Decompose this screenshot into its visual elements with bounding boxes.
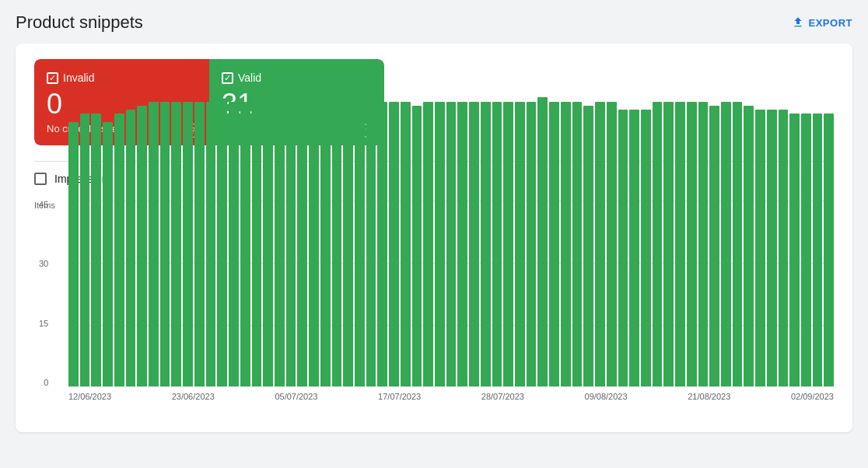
bar-32 bbox=[435, 102, 445, 386]
x-label-7: 02/09/2023 bbox=[791, 392, 834, 401]
bar-56 bbox=[709, 106, 719, 386]
bar-14 bbox=[229, 102, 239, 386]
main-card: Invalid 0 No critical issues ? Valid 31 … bbox=[16, 44, 852, 432]
y-label-30: 30 bbox=[39, 260, 48, 268]
bar-25 bbox=[355, 102, 365, 386]
bar-46 bbox=[595, 102, 605, 386]
chart-container: 45 30 15 0 bbox=[68, 201, 834, 387]
bar-60 bbox=[755, 110, 765, 386]
x-label-3: 17/07/2023 bbox=[378, 392, 421, 401]
bar-59 bbox=[744, 106, 754, 386]
bar-19 bbox=[286, 102, 296, 386]
page-title: Product snippets bbox=[16, 12, 143, 33]
x-label-0: 12/06/2023 bbox=[68, 392, 111, 401]
bar-31 bbox=[423, 102, 433, 386]
bar-65 bbox=[813, 114, 823, 386]
bar-63 bbox=[789, 114, 800, 386]
bar-16 bbox=[252, 102, 262, 386]
bar-33 bbox=[446, 102, 457, 386]
invalid-checkbox[interactable] bbox=[47, 72, 58, 84]
bar-37 bbox=[492, 102, 502, 386]
bar-41 bbox=[537, 97, 548, 386]
bar-34 bbox=[457, 102, 467, 386]
bar-52 bbox=[663, 102, 674, 386]
bar-26 bbox=[366, 106, 376, 386]
bar-58 bbox=[733, 102, 743, 386]
export-icon bbox=[792, 16, 804, 29]
impressions-checkbox[interactable] bbox=[34, 173, 47, 185]
bar-10 bbox=[183, 102, 193, 386]
bar-64 bbox=[801, 114, 811, 386]
x-label-6: 21/08/2023 bbox=[688, 392, 730, 401]
bar-22 bbox=[320, 102, 331, 386]
y-label-0: 0 bbox=[39, 379, 48, 387]
bar-57 bbox=[721, 102, 731, 386]
bar-1 bbox=[80, 114, 90, 386]
export-button[interactable]: EXPORT bbox=[792, 16, 852, 29]
x-label-5: 09/08/2023 bbox=[585, 392, 628, 401]
bar-20 bbox=[297, 102, 307, 386]
bar-28 bbox=[389, 102, 399, 386]
bar-4 bbox=[114, 114, 124, 386]
bar-11 bbox=[194, 102, 205, 386]
bar-7 bbox=[149, 102, 159, 386]
bar-44 bbox=[572, 102, 583, 386]
bar-54 bbox=[687, 102, 697, 386]
bar-21 bbox=[309, 106, 319, 386]
bar-24 bbox=[343, 102, 353, 386]
bar-47 bbox=[607, 102, 617, 386]
bar-6 bbox=[137, 106, 147, 386]
y-label-45: 45 bbox=[39, 201, 48, 209]
x-axis: 12/06/202323/06/202305/07/202317/07/2023… bbox=[68, 392, 834, 401]
bar-53 bbox=[675, 102, 685, 386]
bar-17 bbox=[263, 102, 273, 386]
bar-49 bbox=[629, 110, 639, 386]
bar-8 bbox=[160, 102, 170, 386]
bar-39 bbox=[515, 102, 525, 386]
bar-23 bbox=[332, 102, 342, 386]
bar-55 bbox=[698, 102, 709, 386]
bar-51 bbox=[653, 102, 663, 386]
bar-38 bbox=[503, 102, 513, 386]
bar-2 bbox=[91, 114, 101, 386]
y-axis-labels: 45 30 15 0 bbox=[39, 201, 48, 387]
bar-43 bbox=[561, 102, 571, 386]
x-label-2: 05/07/2023 bbox=[275, 392, 317, 401]
bar-27 bbox=[377, 102, 387, 386]
bar-3 bbox=[103, 122, 113, 386]
x-label-1: 23/06/2023 bbox=[172, 392, 215, 401]
bars-container bbox=[68, 201, 834, 387]
bar-45 bbox=[583, 106, 593, 386]
bar-29 bbox=[401, 102, 411, 386]
bar-66 bbox=[824, 114, 834, 386]
valid-label: Valid bbox=[222, 72, 369, 84]
bar-40 bbox=[527, 102, 537, 386]
bar-15 bbox=[240, 102, 250, 386]
export-label: EXPORT bbox=[809, 17, 852, 29]
x-label-4: 28/07/2023 bbox=[481, 392, 524, 401]
chart-area: Items 45 30 15 0 12/06/202323/06/20 bbox=[34, 201, 834, 420]
bar-36 bbox=[481, 102, 491, 386]
bar-30 bbox=[412, 106, 422, 386]
bar-42 bbox=[549, 102, 559, 386]
bar-13 bbox=[217, 102, 227, 386]
bar-48 bbox=[618, 110, 628, 386]
bar-61 bbox=[767, 110, 777, 386]
bar-18 bbox=[275, 102, 285, 386]
bar-50 bbox=[641, 110, 651, 386]
bar-9 bbox=[171, 102, 181, 386]
bar-5 bbox=[126, 110, 136, 386]
bar-62 bbox=[779, 110, 789, 386]
y-label-15: 15 bbox=[39, 320, 48, 328]
bar-0 bbox=[68, 122, 79, 386]
bar-35 bbox=[469, 102, 479, 386]
valid-checkbox[interactable] bbox=[222, 72, 233, 84]
bar-12 bbox=[206, 102, 216, 386]
invalid-label: Invalid bbox=[47, 72, 194, 84]
